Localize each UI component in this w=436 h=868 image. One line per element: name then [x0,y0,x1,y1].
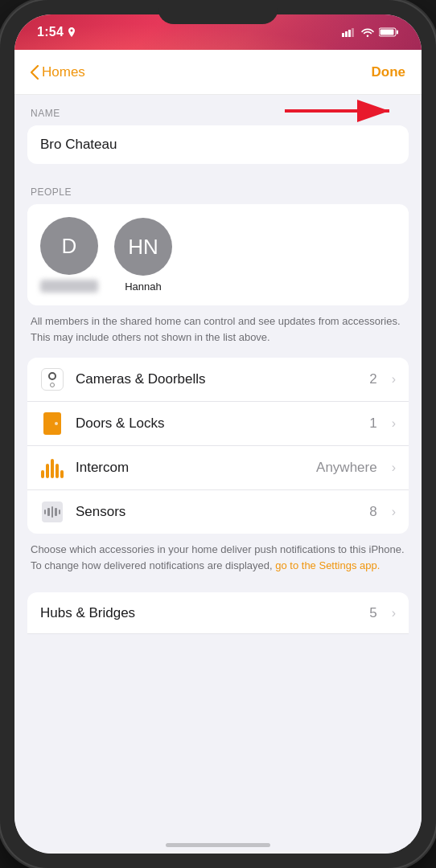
avatars-row: D HN Hannah [40,217,396,293]
person-d-item: D [40,217,98,293]
doors-chevron-icon: › [392,416,396,431]
cameras-row[interactable]: Cameras & Doorbells 2 › [27,358,409,402]
status-time: 1:54 [37,25,64,39]
hubs-row[interactable]: Hubs & Bridges 5 › [27,592,409,634]
intercom-value: Anywhere [316,460,377,476]
hubs-label: Hubs & Bridges [40,605,358,621]
status-icons [342,27,399,37]
phone-screen: 1:54 [14,14,422,854]
hubs-value: 5 [369,605,376,621]
svg-rect-5 [397,31,398,35]
doors-row[interactable]: Doors & Locks 1 › [27,402,409,446]
back-label: Homes [42,64,85,80]
doors-icon [40,411,64,436]
intercom-icon [40,456,64,480]
cameras-label: Cameras & Doorbells [76,371,358,387]
name-section-label: NAME [14,95,422,125]
hubs-chevron-icon: › [392,606,396,620]
sensors-label: Sensors [76,504,358,520]
content-area: Homes Done NAME Bro Chateau [14,50,422,854]
name-value: Bro Chateau [40,137,117,152]
cameras-value: 2 [369,371,376,387]
hannah-name: Hannah [125,280,162,293]
sensors-chevron-icon: › [392,505,396,519]
battery-icon [379,27,399,37]
cameras-chevron-icon: › [392,372,396,387]
home-indicator [166,843,270,847]
homes-back-button[interactable]: Homes [31,64,85,80]
sensors-row[interactable]: Sensors 8 › [27,490,409,534]
intercom-row[interactable]: Intercom Anywhere › [27,446,409,490]
doors-label: Doors & Locks [76,416,358,432]
people-info-text: All members in the shared home can contr… [14,305,422,358]
intercom-chevron-icon: › [392,461,396,475]
accessories-list: Cameras & Doorbells 2 › Doors & Locks 1 … [27,358,409,534]
wifi-icon [361,27,374,37]
name-input-field[interactable]: Bro Chateau [27,125,409,164]
avatar-hn: HN [114,218,172,276]
svg-rect-0 [342,33,344,37]
person-hannah-item: HN Hannah [114,218,172,293]
settings-app-link[interactable]: go to the Settings app. [275,559,380,571]
phone-frame: 1:54 [0,0,436,868]
avatar-hn-initials: HN [128,235,158,260]
doors-value: 1 [369,416,376,432]
avatar-d-initials: D [62,234,77,259]
nav-bar: Homes Done [14,50,422,95]
back-chevron-icon [31,65,39,80]
svg-rect-1 [345,31,348,37]
intercom-label: Intercom [76,460,305,476]
people-section-label: PEOPLE [14,174,422,204]
notifications-info: Choose which accessories in your home de… [14,534,422,586]
avatar-d: D [40,217,98,275]
signal-icon [342,27,356,37]
svg-rect-3 [352,28,354,37]
person-d-blurred-name [40,280,98,293]
svg-rect-2 [348,30,351,37]
phone-notch [158,0,278,24]
sensors-icon [40,500,64,524]
people-container: D HN Hannah [27,204,409,305]
location-icon [68,27,76,37]
svg-rect-6 [380,30,394,35]
cameras-icon [40,367,64,391]
done-button[interactable]: Done [372,64,406,80]
sensors-value: 8 [369,504,376,520]
